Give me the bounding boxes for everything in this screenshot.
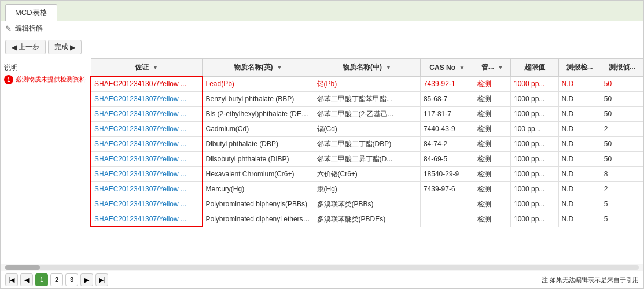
cell-cas [420,197,474,212]
cell-name_zh: 邻苯二甲酸二(2-乙基己... [314,106,420,121]
scroll-track [5,265,639,270]
cell-cas [420,212,474,227]
table-row: SHAEC2012341307/Yellow ...Polybrominated… [91,212,643,227]
th-name-en: 物质名称(英) ▼ [203,59,314,77]
left-arrow-icon: ◀ [12,43,17,51]
th-evidence: 佐证 ▼ [91,59,203,77]
manage-filter-icon[interactable]: ▼ [498,64,503,71]
cell-name_en: Mercury(Hg) [203,181,314,197]
cell-cas: 7439-92-1 [420,76,474,91]
tab-mcd[interactable]: MCD表格 [5,4,57,21]
cell-cas: 85-68-7 [420,91,474,106]
error-badge: 1 [4,75,13,84]
page-prev-button[interactable]: ◀ [20,273,33,286]
th-manage: 管... ▼ [474,59,510,77]
cell-name_en: Lead(Pb) [203,76,314,91]
name-en-filter-icon[interactable]: ▼ [277,64,282,71]
table-row: SHAEC2012341307/Yellow ...Cadmium(Cd)镉(C… [91,121,643,136]
table-row: SHAEC2012341307/Yellow ...Lead(Pb)铅(Pb)7… [91,76,643,91]
horizontal-scrollbar[interactable] [1,264,643,271]
cell-limit: 1000 pp... [510,136,558,151]
edit-button[interactable]: 编辑拆解 [15,24,43,34]
th-detect: 测报检... [558,59,601,77]
cell-name_en: Cadmium(Cd) [203,121,314,136]
nav-row: ◀ 上一步 完成 ▶ [1,36,643,58]
done-button[interactable]: 完成 ▶ [48,40,82,54]
pagination: |◀ ◀ 1 2 3 ▶ ▶| [5,273,108,286]
cell-report: 5 [601,212,643,227]
cell-name_zh: 邻苯二甲酸二丁酯(DBP) [314,136,420,151]
page-next-button[interactable]: ▶ [80,273,93,286]
table-row: SHAEC2012341307/Yellow ...Hexavalent Chr… [91,166,643,181]
page-3-button[interactable]: 3 [65,273,78,286]
cell-name_en: Benzyl butyl phthalate (BBP) [203,91,314,106]
th-name-zh: 物质名称(中) ▼ [314,59,420,77]
table-row: SHAEC2012341307/Yellow ...Mercury(Hg)汞(H… [91,181,643,197]
cell-evidence[interactable]: SHAEC2012341307/Yellow ... [91,136,203,151]
page-2-button[interactable]: 2 [50,273,63,286]
cell-detect: N.D [558,151,601,166]
table-row: SHAEC2012341307/Yellow ...Polybrominated… [91,197,643,212]
table-header-row: 佐证 ▼ 物质名称(英) ▼ 物质名称(中) ▼ CAS No [91,59,643,77]
cell-name_zh: 邻苯二甲酸二异丁酯(D... [314,151,420,166]
back-button[interactable]: ◀ 上一步 [5,40,46,54]
cell-name_zh: 镉(Cd) [314,121,420,136]
page-last-button[interactable]: ▶| [95,273,108,286]
table-row: SHAEC2012341307/Yellow ...Benzyl butyl p… [91,91,643,106]
main-container: MCD表格 ✎ 编辑拆解 ◀ 上一步 完成 ▶ 说明 1 必测物质未提供检测资料 [0,0,644,289]
cell-limit: 1000 pp... [510,181,558,197]
cell-detect: N.D [558,166,601,181]
th-evidence-label: 佐证 [135,63,149,71]
cell-evidence[interactable]: SHAEC2012341307/Yellow ... [91,181,203,197]
page-1-button[interactable]: 1 [35,273,48,286]
cell-evidence[interactable]: SHAEC2012341307/Yellow ... [91,197,203,212]
cell-name_en: Polybrominated diphenyl ethers(PB... [203,212,314,227]
cell-evidence[interactable]: SHAEC2012341307/Yellow ... [91,166,203,181]
cell-limit: 1000 pp... [510,166,558,181]
cell-cas: 18540-29-9 [420,166,474,181]
cell-report: 50 [601,91,643,106]
cell-detect: N.D [558,91,601,106]
cell-name_zh: 汞(Hg) [314,181,420,197]
cell-evidence[interactable]: SHAEC2012341307/Yellow ... [91,151,203,166]
th-report: 测报侦... [601,59,643,77]
cell-evidence[interactable]: SHAEC2012341307/Yellow ... [91,91,203,106]
data-table: 佐证 ▼ 物质名称(英) ▼ 物质名称(中) ▼ CAS No [90,58,643,227]
cell-name_en: Polybrominated biphenyls(PBBs) [203,197,314,212]
table-area[interactable]: 佐证 ▼ 物质名称(英) ▼ 物质名称(中) ▼ CAS No [90,58,643,264]
cell-manage: 检测 [474,151,510,166]
cell-evidence[interactable]: SHAEC2012341307/Yellow ... [91,76,203,91]
edit-icon: ✎ [5,24,12,33]
cell-manage: 检测 [474,76,510,91]
cell-report: 50 [601,151,643,166]
pagination-bar: |◀ ◀ 1 2 3 ▶ ▶| 注:如果无法编辑表示是来自于引用 [1,271,643,288]
name-zh-filter-icon[interactable]: ▼ [385,64,391,71]
left-panel: 说明 1 必测物质未提供检测资料 [1,58,90,264]
cell-cas: 84-74-2 [420,136,474,151]
cell-detect: N.D [558,197,601,212]
cell-evidence[interactable]: SHAEC2012341307/Yellow ... [91,106,203,121]
cell-name_zh: 多溴联苯类(PBBs) [314,197,420,212]
cell-report: 50 [601,76,643,91]
cell-report: 2 [601,121,643,136]
cell-manage: 检测 [474,166,510,181]
cell-name_en: Dibutyl phthalate (DBP) [203,136,314,151]
cell-manage: 检测 [474,136,510,151]
table-row: SHAEC2012341307/Yellow ...Bis (2-ethylhe… [91,106,643,121]
evidence-filter-icon[interactable]: ▼ [152,64,158,71]
th-cas: CAS No ▼ [420,59,474,77]
cell-cas: 7439-97-6 [420,181,474,197]
cell-manage: 检测 [474,106,510,121]
table-body: SHAEC2012341307/Yellow ...Lead(Pb)铅(Pb)7… [91,76,643,227]
cell-evidence[interactable]: SHAEC2012341307/Yellow ... [91,121,203,136]
th-manage-label: 管... [481,63,494,71]
error-text: 必测物质未提供检测资料 [16,75,86,84]
cell-detect: N.D [558,76,601,91]
cell-report: 50 [601,106,643,121]
right-arrow-icon: ▶ [70,43,75,51]
tab-bar: MCD表格 [1,1,643,21]
scroll-thumb[interactable] [5,265,40,270]
page-first-button[interactable]: |◀ [5,273,18,286]
cell-evidence[interactable]: SHAEC2012341307/Yellow ... [91,212,203,227]
cas-filter-icon[interactable]: ▼ [459,65,465,71]
